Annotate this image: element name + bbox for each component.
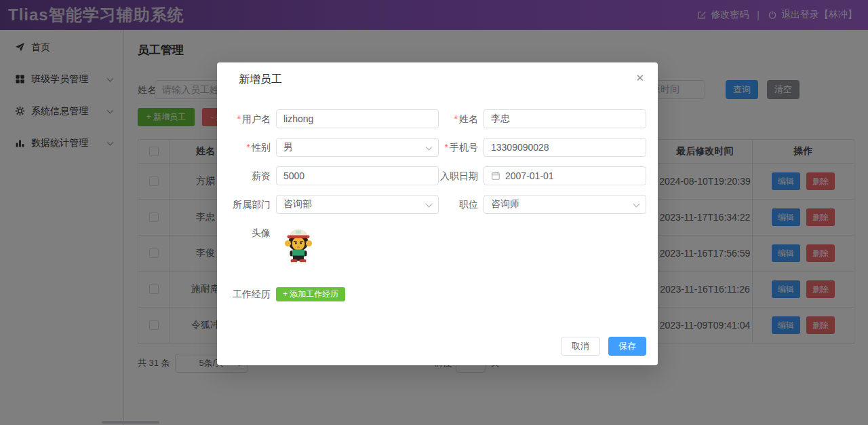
department-label: 所属部门	[231, 195, 276, 214]
entry-date-label: 入职日期	[439, 166, 484, 185]
entry-date-picker[interactable]: 2007-01-01	[484, 166, 646, 185]
work-exp-label: 工作经历	[231, 287, 276, 301]
form-row: 所属部门 咨询部 职位 咨询师	[231, 195, 646, 214]
dialog-footer: 取消 保存	[561, 337, 646, 356]
form-row: 头像	[231, 226, 276, 240]
form-row: 薪资 入职日期 2007-01-01	[231, 166, 646, 185]
avatar-label: 头像	[231, 226, 276, 240]
add-employee-dialog: 新增员工 ✕ *用户名 *姓名 *性别 男 *手机号 薪资 入职日期 2	[217, 62, 658, 365]
form-row: *用户名 *姓名	[231, 109, 646, 128]
username-field[interactable]	[276, 109, 439, 128]
username-label: *用户名	[231, 109, 276, 128]
name-field[interactable]	[484, 109, 646, 128]
app: Tlias智能学习辅助系统 修改密码 | 退出登录【林冲】 首页 班级学员管理 …	[0, 0, 868, 425]
dialog-title: 新增员工	[239, 73, 282, 87]
form-row: 工作经历	[231, 287, 276, 301]
phone-label: *手机号	[439, 138, 484, 157]
entry-date-value: 2007-01-01	[505, 170, 554, 181]
salary-label: 薪资	[231, 166, 276, 185]
phone-field[interactable]	[484, 138, 646, 157]
gender-label: *性别	[231, 138, 276, 157]
save-button[interactable]: 保存	[608, 337, 646, 356]
salary-field[interactable]	[276, 166, 439, 185]
calendar-icon	[491, 171, 500, 181]
name-label: *姓名	[439, 109, 484, 128]
position-select[interactable]: 咨询师	[484, 195, 646, 214]
form-row: *性别 男 *手机号	[231, 138, 646, 157]
gender-select[interactable]: 男	[276, 138, 439, 157]
add-work-exp-button[interactable]: + 添加工作经历	[276, 287, 345, 301]
close-icon[interactable]: ✕	[635, 72, 644, 84]
position-label: 职位	[439, 195, 484, 214]
department-select[interactable]: 咨询部	[276, 195, 439, 214]
cancel-button[interactable]: 取消	[561, 337, 600, 356]
avatar-image[interactable]	[283, 225, 314, 264]
